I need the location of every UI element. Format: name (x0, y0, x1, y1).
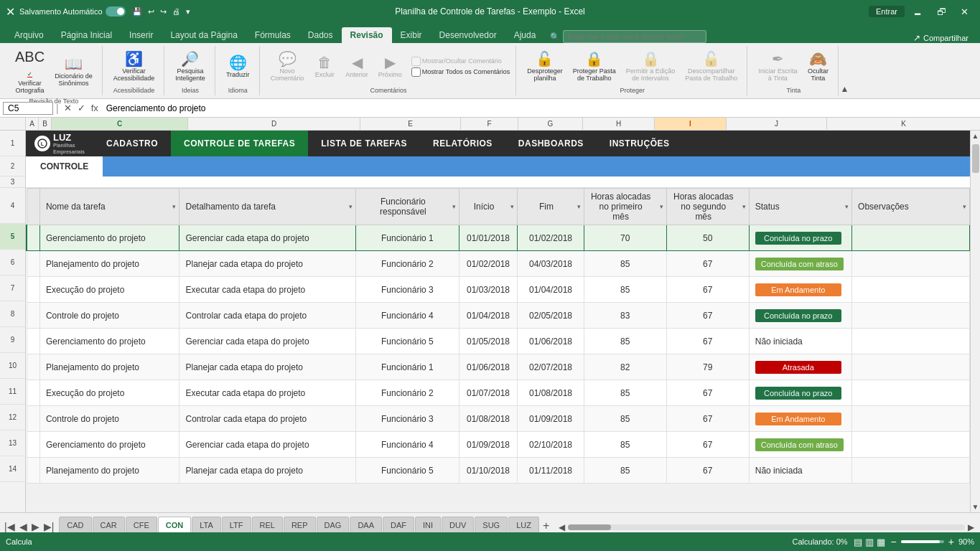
filter-arrow-nome[interactable]: ▾ (172, 203, 176, 210)
sheet-prev-btn[interactable]: ◀ (18, 521, 29, 532)
sheet-tab[interactable]: CON (158, 517, 191, 532)
redo-btn[interactable]: ↪ (158, 6, 169, 18)
table-row[interactable]: Gerenciamento do projeto Gerenciar cada … (27, 329, 970, 354)
zoom-out-btn[interactable]: − (891, 536, 897, 547)
cell-detalhe[interactable]: Planejar cada etapa do projeto (179, 354, 356, 380)
sheet-tab[interactable]: DAF (383, 517, 414, 532)
restore-btn[interactable]: 🗗 (931, 5, 952, 19)
cell-inicio[interactable]: 01/04/2018 (459, 303, 518, 329)
nav-instrucoes[interactable]: INSTRUÇÕES (597, 131, 683, 156)
cell-horas1[interactable]: 85 (584, 251, 666, 277)
cell-fim[interactable]: 01/06/2018 (518, 329, 584, 354)
filter-arrow-detalhe[interactable]: ▾ (349, 203, 353, 210)
save-quick-btn[interactable]: 💾 (130, 6, 144, 18)
sheet-tab[interactable]: DUV (442, 517, 474, 532)
show-all-comments-checkbox[interactable]: Mostrar Todos os Comentários (411, 67, 510, 77)
verificar-ortografia-btn[interactable]: ABC✓ VerificarOrtografia (11, 47, 48, 96)
scroll-up-btn[interactable]: ▲ (971, 131, 980, 141)
cell-horas1[interactable]: 82 (584, 354, 666, 380)
pesquisa-inteligente-btn[interactable]: 🔎 PesquisaInteligente (172, 50, 209, 84)
ribbon-collapse-btn[interactable]: ▲ (840, 84, 849, 94)
cell-status[interactable]: Concluída no prazo (749, 225, 851, 251)
desproteger-planilha-btn[interactable]: 🔓 Desprotegerplanilha (523, 50, 566, 84)
cell-detalhe[interactable]: Gerenciar cada etapa do projeto (179, 432, 356, 458)
cell-inicio[interactable]: 01/06/2018 (459, 354, 518, 380)
cell-horas2[interactable]: 67 (666, 432, 749, 458)
th-inicio[interactable]: Início▾ (459, 189, 518, 225)
tab-pagina-inicial[interactable]: Página Inicial (52, 27, 121, 43)
cell-func[interactable]: Funcionário 2 (356, 251, 459, 277)
cell-obs[interactable] (852, 380, 970, 406)
cell-inicio[interactable]: 01/07/2018 (459, 380, 518, 406)
cell-fim[interactable]: 02/05/2018 (518, 303, 584, 329)
print-btn[interactable]: 🖨 (170, 6, 182, 17)
tab-exibir[interactable]: Exibir (392, 27, 431, 43)
cell-nome[interactable]: Gerenciamento do projeto (39, 329, 179, 354)
cell-horas1[interactable]: 85 (584, 277, 666, 303)
search-ribbon-input[interactable] (563, 30, 706, 43)
table-row[interactable]: Planejamento do projeto Planejar cada et… (27, 251, 970, 277)
vertical-scrollbar[interactable]: ▲ ▼ (970, 131, 980, 512)
cell-nome[interactable]: Planejamento do projeto (39, 251, 179, 277)
scroll-down-btn[interactable]: ▼ (971, 501, 980, 512)
cell-status[interactable]: Não iniciada (749, 329, 851, 354)
cell-detalhe[interactable]: Controlar cada etapa do projeto (179, 406, 356, 432)
cell-func[interactable]: Funcionário 5 (356, 458, 459, 484)
sheet-next-btn[interactable]: ▶ (30, 521, 41, 532)
cell-horas2[interactable]: 67 (666, 380, 749, 406)
close-btn[interactable]: ✕ (955, 5, 974, 19)
descompartilhar-btn[interactable]: 🔓 DescompartilharPasta de Trabalho (681, 50, 741, 84)
cell-func[interactable]: Funcionário 4 (356, 432, 459, 458)
cell-fim[interactable]: 01/04/2018 (518, 277, 584, 303)
zoom-in-btn[interactable]: + (948, 536, 954, 547)
col-header-i[interactable]: I (655, 118, 727, 130)
cell-func[interactable]: Funcionário 1 (356, 354, 459, 380)
tab-formulas[interactable]: Fórmulas (246, 27, 299, 43)
cell-nome[interactable]: Gerenciamento do projeto (39, 225, 179, 251)
cell-nome[interactable]: Execução do projeto (39, 380, 179, 406)
more-qa-btn[interactable]: ▾ (184, 6, 192, 18)
page-break-btn[interactable]: ▦ (877, 537, 885, 547)
th-detalhamento[interactable]: Detalhamento da tarefa▾ (179, 189, 356, 225)
col-header-j[interactable]: J (727, 118, 827, 130)
iniciar-escrita-btn[interactable]: ✒ Iniciar Escritaà Tinta (755, 50, 801, 84)
proteger-pasta-btn[interactable]: 🔒 Proteger Pastade Trabalho (569, 50, 620, 84)
confirm-formula-btn[interactable]: ✓ (75, 103, 88, 113)
nav-cadastro[interactable]: CADASTRO (93, 131, 171, 156)
hscroll-track[interactable] (568, 524, 965, 530)
acessibilidade-btn[interactable]: ♿ VerificarAcessibilidade (110, 50, 159, 84)
hscroll-right-btn[interactable]: ▶ (968, 522, 974, 532)
sheet-tab[interactable]: CAR (93, 517, 125, 532)
cell-horas2[interactable]: 79 (666, 354, 749, 380)
col-header-f[interactable]: F (461, 118, 518, 130)
cell-func[interactable]: Funcionário 1 (356, 225, 459, 251)
permitir-edicao-btn[interactable]: 🔒 Permitir a Ediçãode Intervalos (622, 50, 679, 84)
sheet-tab[interactable]: LTF (222, 517, 251, 532)
cell-fim[interactable]: 01/09/2018 (518, 406, 584, 432)
cell-obs[interactable] (852, 277, 970, 303)
tab-ajuda[interactable]: Ajuda (505, 27, 545, 43)
table-row[interactable]: Controle do projeto Controlar cada etapa… (27, 303, 970, 329)
cancel-formula-btn[interactable]: ✕ (62, 103, 74, 113)
cell-inicio[interactable]: 01/02/2018 (459, 251, 518, 277)
novo-comentario-btn[interactable]: 💬 NovoComentário (267, 50, 308, 84)
cell-detalhe[interactable]: Planejar cada etapa do projeto (179, 251, 356, 277)
hscroll-left-btn[interactable]: ◀ (559, 522, 565, 532)
cell-detalhe[interactable]: Planejar cada etapa do projeto (179, 458, 356, 484)
cell-obs[interactable] (852, 303, 970, 329)
cell-status[interactable]: Concluída com atraso (749, 251, 851, 277)
filter-arrow-func[interactable]: ▾ (452, 203, 456, 210)
col-header-a[interactable]: A (26, 118, 39, 130)
tab-layout[interactable]: Layout da Página (162, 27, 246, 43)
table-row[interactable]: Execução do projeto Executar cada etapa … (27, 380, 970, 406)
cell-nome[interactable]: Controle do projeto (39, 406, 179, 432)
cell-detalhe[interactable]: Executar cada etapa do projeto (179, 380, 356, 406)
nav-lista-tarefas[interactable]: LISTA DE TAREFAS (308, 131, 420, 156)
cell-obs[interactable] (852, 354, 970, 380)
sheet-tab[interactable]: SUG (475, 517, 508, 532)
normal-view-btn[interactable]: ▤ (854, 537, 862, 547)
filter-arrow-h1[interactable]: ▾ (660, 203, 663, 210)
sheet-tab[interactable]: DAA (350, 517, 382, 532)
proximo-btn[interactable]: ▶ Próximo (375, 53, 406, 80)
tab-dados[interactable]: Dados (299, 27, 342, 43)
